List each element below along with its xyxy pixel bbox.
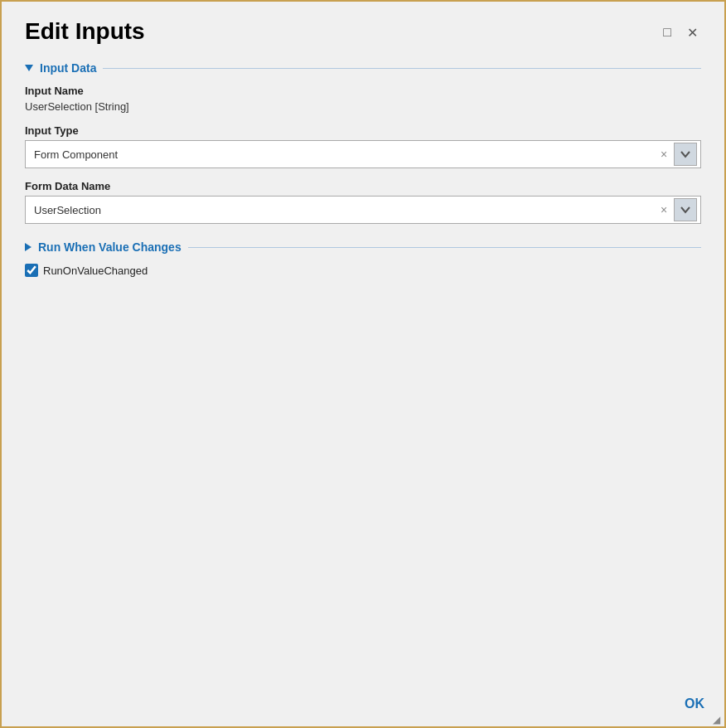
maximize-button[interactable]: □	[658, 23, 676, 41]
input-name-group: Input Name UserSelection [String]	[25, 85, 701, 113]
form-data-name-select[interactable]: UserSelection ×	[25, 196, 701, 224]
input-data-section: Input Data Input Name UserSelection [Str…	[25, 61, 701, 224]
form-data-name-group: Form Data Name UserSelection ×	[25, 180, 701, 224]
input-data-collapse-icon[interactable]	[25, 65, 33, 71]
dropdown-arrow-icon	[680, 205, 690, 215]
input-type-select[interactable]: Form Component ×	[25, 140, 701, 168]
dropdown-arrow-icon	[680, 149, 690, 159]
input-data-divider	[103, 68, 701, 69]
dialog-content: Input Data Input Name UserSelection [Str…	[2, 53, 724, 685]
form-data-name-clear-icon[interactable]: ×	[656, 201, 672, 218]
form-data-name-label: Form Data Name	[25, 180, 701, 192]
run-when-divider	[188, 247, 701, 248]
ok-button[interactable]: OK	[678, 693, 711, 715]
input-type-dropdown-button[interactable]	[674, 143, 697, 166]
run-on-value-changed-label: RunOnValueChanged	[43, 265, 148, 277]
run-when-section: Run When Value Changes RunOnValueChanged	[25, 240, 701, 277]
input-data-section-title: Input Data	[40, 61, 96, 75]
input-type-selected-value: Form Component	[34, 148, 656, 161]
input-type-clear-icon[interactable]: ×	[656, 146, 672, 163]
resize-handle[interactable]: ◢	[713, 715, 723, 725]
run-when-expand-icon[interactable]	[25, 243, 31, 251]
dialog-header: Edit Inputs □ ✕	[2, 2, 724, 53]
dialog-footer: OK	[2, 685, 724, 726]
run-when-section-title: Run When Value Changes	[38, 240, 182, 254]
form-data-name-selected-value: UserSelection	[34, 204, 656, 216]
run-on-value-changed-row: RunOnValueChanged	[25, 264, 701, 277]
input-data-section-header: Input Data	[25, 61, 701, 75]
edit-inputs-dialog: Edit Inputs □ ✕ Input Data Input Name Us…	[0, 0, 726, 728]
input-type-group: Input Type Form Component ×	[25, 124, 701, 168]
input-name-value: UserSelection [String]	[25, 100, 701, 113]
header-controls: □ ✕	[658, 23, 701, 41]
run-on-value-changed-checkbox[interactable]	[25, 264, 38, 277]
run-when-section-header: Run When Value Changes	[25, 240, 701, 254]
input-type-label: Input Type	[25, 124, 701, 137]
input-name-label: Input Name	[25, 85, 701, 97]
close-button[interactable]: ✕	[683, 23, 701, 41]
form-data-name-dropdown-button[interactable]	[674, 198, 697, 221]
dialog-title: Edit Inputs	[25, 18, 145, 45]
